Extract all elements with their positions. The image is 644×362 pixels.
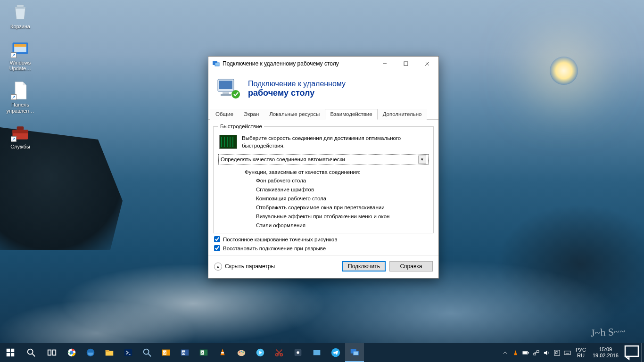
taskbar-app-explorer[interactable] <box>100 343 119 362</box>
taskbar-app-outlook[interactable]: O <box>157 343 175 362</box>
desktop-icons: Корзина ↗ Windows Update… ↗ Панель управ… <box>2 2 39 150</box>
svg-rect-6 <box>17 126 24 130</box>
task-view-button[interactable] <box>41 343 62 362</box>
function-item: Композиция рабочего стола <box>256 196 429 201</box>
taskbar-app-media[interactable] <box>251 343 270 362</box>
tab-general[interactable]: Общие <box>210 109 239 120</box>
svg-point-22 <box>28 349 33 354</box>
titlebar[interactable]: Подключение к удаленному рабочему столу <box>208 57 438 71</box>
checkbox-label: Восстановить подключение при разрыве <box>223 246 326 251</box>
desktop-icon-windows-update[interactable]: ↗ Windows Update… <box>2 38 39 72</box>
taskbar-app-paint[interactable] <box>232 343 251 362</box>
taskbar-app-magnifier[interactable] <box>138 343 157 362</box>
desktop-icon-services[interactable]: ↗ Службы <box>2 122 39 150</box>
svg-rect-67 <box>625 346 638 356</box>
action-center-button[interactable] <box>622 343 641 362</box>
search-button[interactable] <box>21 343 41 362</box>
svg-rect-14 <box>219 81 232 89</box>
taskbar-app-ie[interactable] <box>81 343 100 362</box>
show-desktop-button[interactable] <box>641 343 644 362</box>
taskbar-app-settings[interactable] <box>289 343 307 362</box>
taskbar-app-telegram[interactable] <box>326 343 345 362</box>
desktop-icon-label: Windows Update… <box>2 60 38 72</box>
svg-point-44 <box>239 352 240 353</box>
taskbar-app-powershell[interactable] <box>119 343 138 362</box>
svg-rect-58 <box>523 352 527 354</box>
start-button[interactable] <box>0 343 21 362</box>
checkbox-bitmap-caching[interactable]: Постоянное кэширование точечных рисунков <box>213 236 434 242</box>
checkbox-input[interactable] <box>214 245 220 251</box>
rdp-dialog: Подключение к удаленному рабочему столу … <box>208 56 439 279</box>
function-item: Стили оформления <box>256 222 429 228</box>
chevron-up-icon: ▴ <box>214 263 222 271</box>
svg-text:X: X <box>201 351 204 355</box>
svg-rect-52 <box>314 350 321 355</box>
svg-rect-42 <box>221 352 224 354</box>
svg-rect-3 <box>14 44 26 47</box>
tray-inputmethod-icon[interactable] <box>552 343 562 362</box>
connect-button[interactable]: Подключить <box>342 261 386 272</box>
checkbox-reconnect[interactable]: Восстановить подключение при разрыве <box>213 245 434 251</box>
clock-time: 15:09 <box>599 346 612 353</box>
svg-rect-15 <box>223 92 229 94</box>
function-item: Сглаживание шрифтов <box>256 187 429 192</box>
recycle-bin-icon <box>10 2 31 23</box>
tray-overflow-button[interactable] <box>500 343 511 362</box>
tray-network-icon[interactable] <box>531 343 542 362</box>
taskbar-app-chrome[interactable] <box>62 343 81 362</box>
minimize-button[interactable] <box>374 57 395 71</box>
svg-rect-59 <box>534 353 536 355</box>
tab-local-resources[interactable]: Локальные ресурсы <box>264 109 325 120</box>
clock-date: 19.02.2016 <box>593 353 619 359</box>
connection-speed-combo[interactable]: Определять качество соединения автоматич… <box>218 154 429 165</box>
rdp-header-icon <box>216 75 242 102</box>
checkbox-input[interactable] <box>214 236 220 242</box>
svg-rect-5 <box>13 130 28 133</box>
language-indicator[interactable]: РУС RU <box>573 347 589 358</box>
taskbar-app-snipping[interactable] <box>270 343 289 362</box>
taskbar-app-vlc[interactable] <box>213 343 232 362</box>
desktop-icon-recycle-bin[interactable]: Корзина <box>2 2 39 30</box>
rdp-title-icon <box>212 60 220 67</box>
desktop-icon-control-panel[interactable]: ↗ Панель управлен… <box>2 80 39 114</box>
checkbox-label: Постоянное кэширование точечных рисунков <box>223 237 337 242</box>
svg-line-32 <box>149 354 151 357</box>
header-line2: рабочему столу <box>248 88 346 98</box>
taskbar-app-word[interactable]: W <box>175 343 194 362</box>
svg-point-51 <box>297 351 299 354</box>
svg-rect-29 <box>106 350 109 352</box>
svg-rect-20 <box>7 353 10 356</box>
taskbar-app-rdp[interactable] <box>345 343 364 362</box>
taskbar-app-generic1[interactable] <box>307 343 326 362</box>
help-button[interactable]: Справка <box>389 261 433 272</box>
tray-battery-icon[interactable] <box>521 343 531 362</box>
maximize-button[interactable] <box>395 57 416 71</box>
svg-rect-25 <box>53 350 56 355</box>
lang-bottom: RU <box>577 353 585 358</box>
svg-rect-24 <box>48 350 51 355</box>
close-button[interactable] <box>416 57 438 71</box>
svg-rect-10 <box>404 62 408 66</box>
function-item: Фон рабочего стола <box>256 178 429 183</box>
tab-strip: Общие Экран Локальные ресурсы Взаимодейс… <box>208 108 438 120</box>
svg-rect-18 <box>7 349 10 352</box>
tab-display[interactable]: Экран <box>239 109 264 120</box>
svg-rect-21 <box>11 353 14 356</box>
clock[interactable]: 15:09 19.02.2016 <box>589 346 622 358</box>
hide-options-label: Скрыть параметры <box>225 263 275 270</box>
tab-advanced[interactable]: Дополнительно <box>378 109 427 120</box>
taskbar: O W X РУС RU 15:09 19.02.2016 <box>0 343 644 362</box>
tab-experience[interactable]: Взаимодействие <box>325 109 377 120</box>
svg-rect-19 <box>11 349 14 352</box>
hide-options-toggle[interactable]: ▴ Скрыть параметры <box>214 263 275 271</box>
svg-rect-0 <box>17 5 24 7</box>
svg-rect-16 <box>221 94 231 96</box>
taskbar-app-excel[interactable]: X <box>194 343 213 362</box>
svg-rect-61 <box>554 350 560 355</box>
windows-update-icon: ↗ <box>10 38 31 59</box>
svg-line-23 <box>33 354 35 357</box>
tray-keyboard-icon[interactable] <box>562 343 573 362</box>
document-icon: ↗ <box>10 80 31 101</box>
tray-volume-icon[interactable] <box>542 343 552 362</box>
tray-vlc-icon[interactable] <box>511 343 521 362</box>
